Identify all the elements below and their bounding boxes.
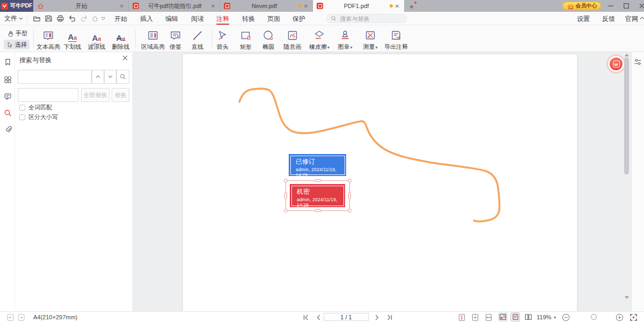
match-case-option[interactable]: 区分大小写 [19, 113, 58, 121]
stamp-title: 机密 [297, 187, 310, 196]
customize-toolbar-button[interactable] [100, 14, 106, 23]
home-icon [37, 3, 44, 10]
tab-home[interactable]: 开始 ✕ [33, 0, 129, 12]
find-search-button[interactable] [116, 70, 129, 84]
minimize-button[interactable] [604, 0, 617, 12]
strikethrough-button[interactable]: Aa 删除线 [104, 27, 138, 51]
menu-item-protect[interactable]: 保护 [288, 14, 310, 24]
menu-item-read[interactable]: 阅读 [187, 14, 208, 24]
undo-button[interactable] [68, 14, 77, 23]
ribbon-toolbar: 手型 选择 文本高亮 Aa 下划线 Aa 波浪线 Aa 删除线 区域高亮 [0, 25, 644, 52]
export-annotations-icon [379, 27, 413, 42]
close-window-button[interactable] [635, 0, 644, 12]
find-previous-button[interactable] [92, 70, 104, 84]
convert-icon: W [610, 57, 623, 70]
zoom-in-button[interactable] [615, 313, 624, 321]
checkbox[interactable] [19, 105, 25, 111]
global-search-box[interactable] [326, 14, 407, 23]
previous-page-button[interactable] [314, 313, 323, 321]
home-page-button[interactable] [90, 14, 99, 23]
resize-handle-n[interactable] [314, 179, 321, 182]
tab-document-active[interactable]: PDF1.pdf ✕ [313, 0, 404, 12]
document-canvas[interactable]: 已修订 admin, 2024/11/19, 14:29 机密 admin, 2… [133, 52, 623, 311]
select-tool-button[interactable]: 选择 [4, 40, 30, 49]
menu-item-convert[interactable]: 转换 [238, 14, 259, 24]
fit-height-button[interactable] [457, 313, 466, 321]
fullscreen-button[interactable] [629, 313, 638, 321]
tab-document-2[interactable]: Never.pdf ✕ [220, 0, 313, 12]
resize-handle-s[interactable] [314, 209, 321, 212]
two-page-view-button[interactable] [523, 312, 533, 321]
comments-panel-button[interactable] [4, 92, 12, 100]
tab-document-1[interactable]: 可牛pdf功能指引.pdf ✕ [129, 0, 220, 12]
file-menu-button[interactable]: 文件 [4, 14, 23, 23]
stamp-revised[interactable]: 已修订 admin, 2024/11/19, 14:29 [289, 154, 346, 176]
menu-item-insert[interactable]: 插入 [136, 14, 157, 24]
menu-item-start[interactable]: 开始 [110, 14, 131, 24]
scroll-down-arrow[interactable] [625, 296, 629, 299]
next-page-button[interactable] [372, 313, 381, 321]
tab-label: PDF1.pdf [323, 3, 390, 9]
feedback-link[interactable]: 反馈 [602, 14, 615, 24]
panel-close-icon[interactable] [122, 55, 130, 63]
stamp-meta: admin, 2024/11/19, 14:29 [296, 167, 346, 178]
freehand-ink-annotation[interactable] [133, 52, 623, 311]
open-file-button[interactable] [32, 14, 41, 23]
bookmarks-panel-button[interactable] [4, 58, 12, 66]
official-site-link[interactable]: 官网 [625, 14, 638, 24]
first-page-button[interactable] [301, 313, 310, 321]
tab-close-icon[interactable]: ✕ [303, 3, 309, 9]
tab-close-icon[interactable]: ✕ [394, 3, 400, 9]
export-annotations-button[interactable]: 导出注释 [379, 27, 413, 51]
zoom-out-button[interactable] [561, 313, 570, 321]
menu-item-page[interactable]: 页面 [263, 14, 284, 24]
find-next-button[interactable] [104, 70, 116, 84]
resize-handle-w[interactable] [284, 192, 287, 199]
last-page-button[interactable] [385, 313, 394, 321]
vertical-scrollbar-thumb[interactable] [624, 57, 629, 174]
search-panel-button-active[interactable] [4, 109, 12, 117]
maximize-button[interactable] [620, 0, 633, 12]
read-mode-button[interactable] [498, 312, 508, 321]
zoom-level-value[interactable]: 119% [537, 314, 551, 320]
resize-handle-ne[interactable] [348, 179, 352, 182]
prev-view-button[interactable] [6, 313, 14, 321]
resize-handle-e[interactable] [348, 192, 351, 199]
replace-input[interactable] [18, 88, 78, 102]
hand-tool-button[interactable]: 手型 [4, 28, 30, 38]
collapse-ribbon-button[interactable] [640, 17, 644, 20]
print-button[interactable] [56, 14, 65, 23]
replace-button[interactable]: 替换 [112, 88, 129, 102]
find-input[interactable] [18, 70, 92, 84]
tab-close-icon[interactable]: ✕ [210, 3, 216, 9]
redo-button[interactable] [79, 14, 89, 23]
zoom-slider-thumb[interactable] [591, 314, 597, 320]
global-search-input[interactable] [339, 15, 402, 23]
resize-handle-sw[interactable] [284, 209, 288, 213]
settings-link[interactable]: 设置 [577, 14, 590, 24]
actual-size-button[interactable] [471, 313, 479, 321]
fit-width-button[interactable] [484, 313, 493, 321]
resize-handle-se[interactable] [348, 209, 352, 213]
replace-all-button[interactable]: 全部替换 [81, 88, 109, 102]
zoom-dropdown-icon[interactable]: ▾ [554, 315, 556, 320]
pdf-to-word-floating-button[interactable]: W [606, 54, 626, 74]
resize-handle-nw[interactable] [284, 179, 288, 182]
menu-item-edit[interactable]: 编辑 [161, 14, 182, 24]
member-center-button[interactable]: VIP 会员中心 [562, 2, 601, 10]
save-button[interactable] [44, 14, 53, 23]
tab-close-icon[interactable]: ✕ [119, 3, 125, 9]
new-tab-button[interactable]: + [404, 0, 419, 12]
properties-sliders-button[interactable] [634, 58, 642, 66]
stamp-confidential-selected[interactable]: 机密 admin, 2024/11/19, 14:29 [290, 184, 345, 207]
scroll-up-arrow[interactable] [625, 54, 629, 56]
menu-item-annotate-active[interactable]: 注释 [212, 14, 233, 24]
single-page-view-button[interactable] [510, 312, 520, 321]
whole-word-option[interactable]: 全词匹配 [19, 104, 52, 112]
thumbnails-panel-button[interactable] [4, 76, 12, 84]
next-view-button[interactable] [17, 313, 25, 321]
page-size-label: A4(210×297mm) [33, 314, 77, 320]
checkbox[interactable] [19, 114, 25, 120]
page-indicator-input[interactable]: 1 / 1 [324, 313, 369, 321]
attachments-panel-button[interactable] [4, 125, 12, 133]
